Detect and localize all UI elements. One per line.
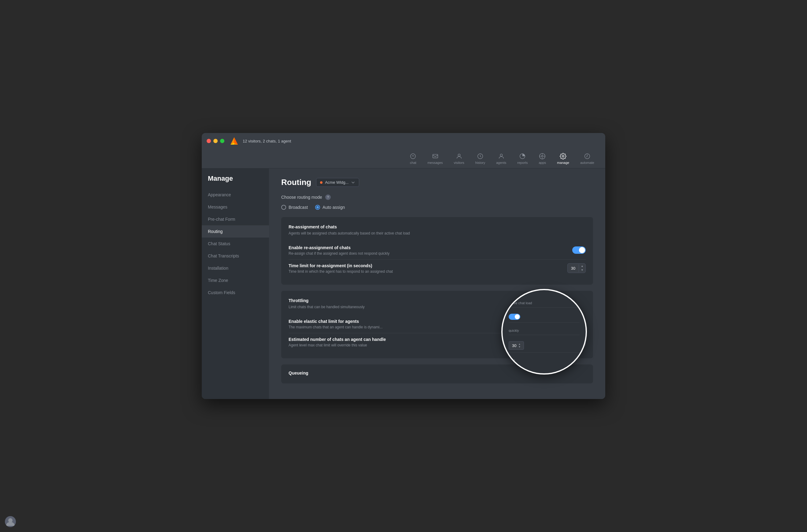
sidebar-item-time-zone[interactable]: Time Zone	[202, 274, 269, 286]
time-limit-desc: Time limit in which the agent has to res…	[289, 269, 562, 274]
page-title: Routing	[281, 178, 311, 187]
sidebar-item-pre-chat-form[interactable]: Pre-chat Form	[202, 213, 269, 225]
close-button[interactable]	[207, 139, 211, 143]
help-icon[interactable]: ?	[325, 194, 331, 200]
apps-icon	[539, 153, 546, 159]
time-limit-title: Time limit for re-assignment (in seconds…	[289, 263, 562, 268]
widget-name: Acme Wldg...	[325, 180, 348, 185]
nav-item-chat[interactable]: chat	[405, 150, 421, 167]
magnify-content: active chat load quickly 30 ▲ ▼	[502, 290, 586, 373]
app-logo	[229, 136, 239, 146]
enable-reassignment-title: Enable re-assignment of chats	[289, 245, 568, 250]
sidebar: Manage Appearance Messages Pre-chat Form…	[202, 169, 269, 399]
svg-point-10	[562, 155, 564, 157]
svg-rect-4	[433, 154, 438, 158]
nav-item-apps[interactable]: apps	[534, 150, 551, 167]
reports-icon	[519, 153, 526, 159]
nav-items: chat messages visitors	[405, 150, 599, 167]
time-limit-arrows: ▲ ▼	[579, 264, 585, 272]
radio-group: Broadcast Auto assign	[281, 205, 593, 210]
time-limit-value: 30	[568, 266, 579, 271]
svg-point-5	[458, 154, 460, 156]
mag-number-down[interactable]: ▼	[518, 345, 521, 348]
nav-item-automate[interactable]: automate	[575, 150, 599, 167]
top-nav: chat messages visitors	[202, 149, 605, 169]
routing-mode-row: Choose routing mode ?	[281, 194, 593, 200]
page-header: Routing Acme Wldg...	[281, 178, 593, 187]
svg-point-7	[500, 154, 502, 156]
sidebar-item-installation[interactable]: Installation	[202, 262, 269, 274]
time-limit-up[interactable]: ▲	[579, 264, 585, 268]
routing-mode-label: Choose routing mode	[281, 195, 322, 200]
radio-circle-broadcast	[281, 205, 286, 210]
mag-row-active-chat: active chat load	[508, 299, 580, 308]
nav-item-history[interactable]: history	[470, 150, 490, 167]
widget-dot	[320, 181, 323, 184]
enable-reassignment-info: Enable re-assignment of chats Re-assign …	[289, 245, 568, 255]
reassignment-card: Re-assignment of chats Agents will be as…	[281, 217, 593, 285]
history-icon	[477, 153, 484, 159]
reassignment-title: Re-assignment of chats	[289, 224, 586, 229]
messages-icon	[432, 153, 439, 159]
minimize-button[interactable]	[213, 139, 218, 143]
manage-icon	[560, 153, 566, 159]
sidebar-item-custom-fields[interactable]: Custom Fields	[202, 286, 269, 299]
titlebar: 12 visitors, 2 chats, 1 agent	[202, 133, 605, 149]
svg-point-9	[542, 155, 543, 157]
mag-number-value: 30	[512, 343, 516, 348]
sidebar-title: Manage	[202, 175, 269, 189]
nav-item-manage[interactable]: manage	[552, 150, 574, 167]
mag-row-quickly: quickly	[508, 326, 580, 335]
nav-item-agents[interactable]: agents	[491, 150, 511, 167]
agents-icon	[498, 153, 505, 159]
mag-row-chat: chat	[508, 356, 580, 365]
enable-reassignment-toggle[interactable]	[572, 246, 586, 254]
mag-number-up[interactable]: ▲	[518, 343, 521, 345]
magnify-overlay: active chat load quickly 30 ▲ ▼	[501, 289, 587, 375]
maximize-button[interactable]	[220, 139, 224, 143]
mag-text-quickly: quickly	[508, 329, 519, 332]
svg-point-3	[410, 153, 416, 159]
radio-auto-assign[interactable]: Auto assign	[315, 205, 345, 210]
mag-number[interactable]: 30 ▲ ▼	[508, 341, 524, 350]
time-limit-down[interactable]: ▼	[579, 268, 585, 272]
sidebar-item-chat-status[interactable]: Chat Status	[202, 238, 269, 250]
sidebar-item-appearance[interactable]: Appearance	[202, 189, 269, 201]
enable-reassignment-desc: Re-assign chat if the assigned agent doe…	[289, 251, 568, 255]
sidebar-item-chat-transcripts[interactable]: Chat Transcripts	[202, 250, 269, 262]
nav-item-reports[interactable]: reports	[512, 150, 533, 167]
chat-icon	[410, 153, 416, 159]
widget-selector[interactable]: Acme Wldg...	[316, 178, 359, 187]
reassignment-desc: Agents will be assigned chats automatica…	[289, 231, 586, 235]
sidebar-item-messages[interactable]: Messages	[202, 201, 269, 213]
chevron-down-icon	[351, 180, 355, 185]
sidebar-item-routing[interactable]: Routing	[202, 225, 269, 238]
radio-circle-auto-assign	[315, 205, 320, 210]
mag-toggle[interactable]	[508, 314, 520, 320]
time-limit-row: Time limit for re-assignment (in seconds…	[289, 259, 586, 277]
time-limit-info: Time limit for re-assignment (in seconds…	[289, 263, 562, 274]
nav-item-messages[interactable]: messages	[422, 150, 447, 167]
mag-text-chat: chat	[508, 359, 515, 362]
status-text: 12 visitors, 2 chats, 1 agent	[243, 139, 600, 144]
mag-row-number: 30 ▲ ▼	[508, 339, 580, 353]
main-layout: Manage Appearance Messages Pre-chat Form…	[202, 169, 605, 399]
time-limit-input[interactable]: 30 ▲ ▼	[568, 263, 586, 273]
visitors-icon	[456, 153, 462, 159]
mag-row-toggle	[508, 311, 580, 323]
traffic-lights	[207, 139, 224, 143]
content-area: Routing Acme Wldg... Choose routing mode…	[269, 169, 605, 399]
nav-item-visitors[interactable]: visitors	[449, 150, 469, 167]
app-window: 12 visitors, 2 chats, 1 agent chat messa…	[202, 133, 605, 399]
automate-icon	[584, 153, 591, 159]
enable-reassignment-row: Enable re-assignment of chats Re-assign …	[289, 242, 586, 259]
radio-broadcast[interactable]: Broadcast	[281, 205, 308, 210]
